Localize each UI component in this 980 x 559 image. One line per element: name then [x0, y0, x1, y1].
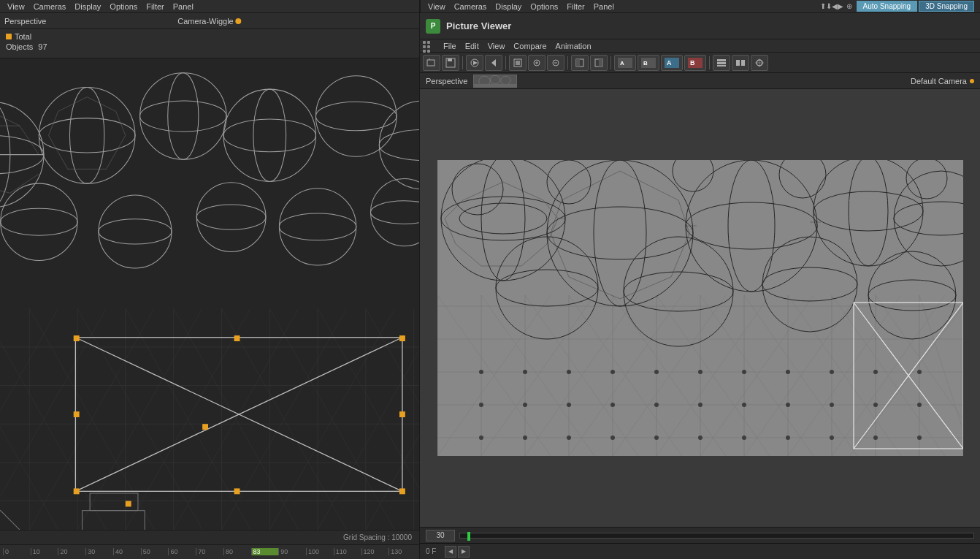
svg-point-252	[786, 403, 790, 407]
tb-sep-3	[567, 56, 568, 69]
ruler-0: 0	[3, 548, 31, 555]
svg-point-242	[830, 370, 834, 374]
picture-viewer-title: Picture Viewer	[446, 20, 511, 31]
ruler-100: 100	[306, 548, 334, 555]
right-menu-cameras[interactable]: Cameras	[450, 1, 491, 12]
ruler-30: 30	[85, 548, 113, 555]
left-menu-options[interactable]: Options	[105, 1, 142, 12]
svg-text:B: B	[643, 60, 648, 66]
left-viewport-canvas[interactable]: X Y Z	[0, 58, 419, 530]
right-menu-filter[interactable]: Filter	[562, 1, 589, 12]
pv-canvas[interactable]	[420, 89, 980, 527]
pv-frame-bar: 0 F ◀ ▶	[420, 543, 980, 559]
svg-point-235	[523, 370, 527, 374]
ruler-40: 40	[113, 548, 141, 555]
pv-menu-compare[interactable]: Compare	[509, 41, 551, 51]
right-menu-options[interactable]: Options	[526, 1, 562, 12]
svg-point-262	[742, 436, 746, 440]
svg-point-254	[873, 403, 878, 407]
frame-next-button[interactable]: ▶	[458, 546, 470, 558]
tb-zoom-out-button[interactable]	[547, 55, 564, 71]
pv-default-camera-text: Default Camera	[911, 77, 967, 85]
tb-region-b-button[interactable]	[590, 55, 608, 71]
ruler-90: 90	[278, 548, 306, 555]
objects-row: Objects 97	[6, 42, 413, 51]
total-label: Total	[15, 32, 31, 41]
tb-letter-b-button[interactable]: B	[684, 55, 706, 71]
ruler-83: 83	[251, 548, 279, 555]
timeline-scrubber[interactable]	[459, 533, 974, 539]
svg-point-255	[917, 403, 922, 407]
dot-6	[427, 50, 430, 53]
camera-wiggle-label: Camera-Wiggle	[177, 17, 233, 26]
right-menu-view[interactable]: View	[424, 1, 450, 12]
tb-text-a-button[interactable]: A	[614, 55, 636, 71]
right-panel: P Picture Viewer File Edit View Compare …	[420, 13, 980, 559]
tb-save-button[interactable]	[442, 55, 459, 71]
svg-text:B: B	[690, 59, 695, 66]
svg-point-261	[698, 436, 703, 440]
tb-sep-1	[462, 56, 463, 69]
tb-letter-a-button[interactable]: A	[661, 55, 683, 71]
left-menu-display[interactable]: Display	[70, 1, 105, 12]
ruler-50: 50	[141, 548, 169, 555]
tb-settings2-button[interactable]	[732, 55, 749, 71]
timeline-frame-input[interactable]	[426, 530, 455, 541]
pv-menu-animation[interactable]: Animation	[551, 41, 596, 51]
tb-sep-2	[505, 56, 506, 69]
left-menu-section: View Cameras Display Options Filter Pane…	[0, 0, 420, 12]
3d-snapping-button[interactable]: 3D Snapping	[919, 1, 974, 12]
tb-sep-5	[709, 56, 710, 69]
left-menu-filter[interactable]: Filter	[142, 1, 168, 12]
svg-text:A: A	[667, 59, 672, 66]
svg-rect-119	[599, 59, 602, 66]
tb-back-button[interactable]	[485, 55, 502, 71]
frame-prev-button[interactable]: ◀	[445, 546, 456, 558]
svg-rect-110	[516, 61, 520, 65]
camera-dot-icon	[236, 18, 242, 24]
pv-menu-file[interactable]: File	[439, 41, 461, 51]
main-content: Perspective Camera-Wiggle Total Objects …	[0, 13, 980, 559]
svg-point-256	[479, 436, 483, 440]
svg-rect-132	[741, 60, 745, 66]
pv-menu-view[interactable]: View	[483, 41, 510, 51]
tb-settings3-button[interactable]	[751, 55, 768, 71]
tb-settings1-button[interactable]	[713, 55, 730, 71]
svg-point-240	[742, 370, 746, 374]
tb-open-button[interactable]	[423, 55, 440, 71]
pv-perspective-label: Perspective	[426, 77, 467, 85]
svg-rect-87	[399, 335, 405, 341]
left-menu-panel[interactable]: Panel	[169, 1, 198, 12]
svg-point-263	[786, 436, 790, 440]
tb-region-a-button[interactable]	[571, 55, 589, 71]
svg-text:A: A	[620, 60, 624, 66]
left-panel: Perspective Camera-Wiggle Total Objects …	[0, 13, 420, 559]
svg-rect-95	[202, 424, 208, 430]
svg-point-238	[654, 370, 659, 374]
auto-snapping-button[interactable]: Auto Snapping	[857, 1, 918, 12]
pv-menu-edit[interactable]: Edit	[461, 41, 483, 51]
svg-rect-0	[0, 58, 419, 530]
right-menu-panel[interactable]: Panel	[589, 1, 619, 12]
svg-point-253	[830, 403, 834, 407]
tb-sep-4	[610, 56, 611, 69]
svg-rect-89	[399, 488, 405, 494]
ruler-120: 120	[361, 548, 389, 555]
left-menu-cameras[interactable]: Cameras	[29, 1, 71, 12]
svg-point-260	[654, 436, 659, 440]
objects-label: Objects	[6, 42, 33, 51]
ruler-bar: 0 10 20 30 40 50 60 70 80 83 90 100 110 …	[0, 545, 419, 559]
dot-5	[423, 50, 426, 53]
top-menu-bar: View Cameras Display Options Filter Pane…	[0, 0, 980, 13]
tb-text-b-button[interactable]: B	[638, 55, 659, 71]
svg-point-264	[830, 436, 834, 440]
svg-marker-108	[491, 59, 496, 66]
svg-point-266	[917, 436, 922, 440]
tb-zoom-fit-button[interactable]	[509, 55, 527, 71]
tb-zoom-in-button[interactable]	[528, 55, 545, 71]
right-menu-display[interactable]: Display	[491, 1, 526, 12]
left-menu-view[interactable]: View	[3, 1, 29, 12]
total-row: Total	[6, 32, 413, 41]
picture-viewer-icon: P	[426, 19, 440, 34]
tb-render-button[interactable]	[466, 55, 483, 71]
